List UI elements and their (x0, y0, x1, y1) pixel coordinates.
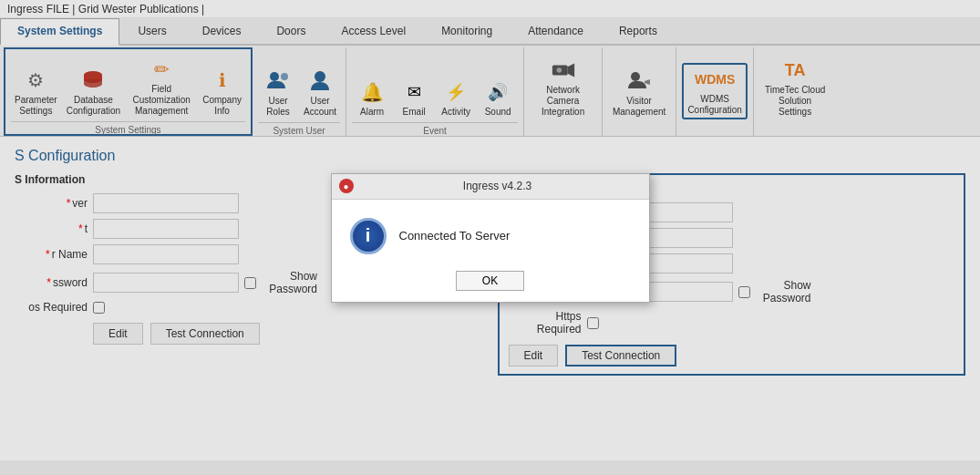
modal-ok-button[interactable]: OK (456, 271, 524, 291)
modal-dialog: ● Ingress v4.2.3 i Connected To Server O… (331, 173, 650, 303)
modal-title: Ingress v4.2.3 (354, 180, 642, 192)
modal-message: Connected To Server (399, 229, 511, 243)
modal-titlebar: ● Ingress v4.2.3 (332, 174, 649, 200)
info-icon: i (350, 218, 387, 254)
modal-overlay: ● Ingress v4.2.3 i Connected To Server O… (0, 0, 980, 475)
modal-body: i Connected To Server (332, 200, 649, 263)
modal-footer: OK (332, 263, 649, 302)
modal-close-button[interactable]: ● (339, 179, 354, 193)
